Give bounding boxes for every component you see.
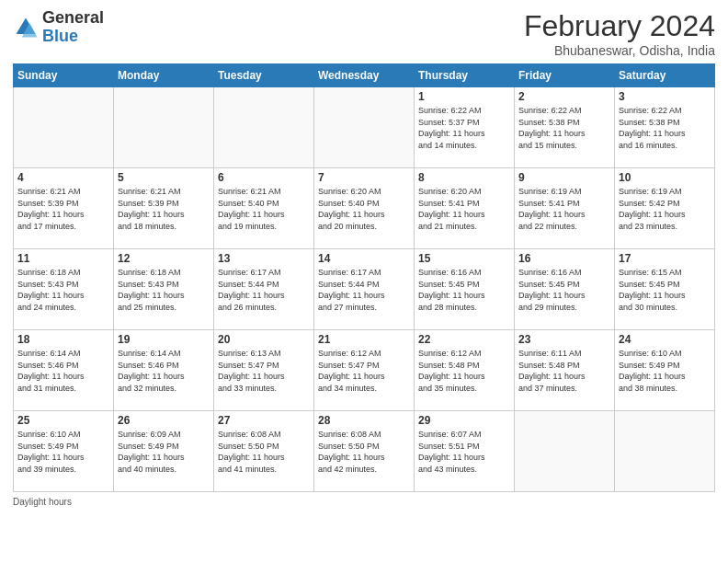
day-info: Sunrise: 6:12 AM Sunset: 5:47 PM Dayligh…: [318, 348, 410, 394]
day-number: 11: [17, 252, 109, 265]
calendar-day-cell: [515, 411, 615, 492]
page-container: General Blue February 2024 Bhubaneswar, …: [0, 0, 728, 516]
calendar-day-cell: 25Sunrise: 6:10 AM Sunset: 5:49 PM Dayli…: [14, 411, 114, 492]
day-number: 4: [17, 171, 109, 184]
title-month: February 2024: [524, 9, 715, 43]
day-header-sunday: Sunday: [14, 64, 114, 87]
calendar-day-cell: 6Sunrise: 6:21 AM Sunset: 5:40 PM Daylig…: [214, 168, 314, 249]
calendar-day-cell: 24Sunrise: 6:10 AM Sunset: 5:49 PM Dayli…: [615, 330, 715, 411]
day-info: Sunrise: 6:18 AM Sunset: 5:43 PM Dayligh…: [17, 267, 109, 313]
day-info: Sunrise: 6:16 AM Sunset: 5:45 PM Dayligh…: [518, 267, 610, 313]
day-info: Sunrise: 6:12 AM Sunset: 5:48 PM Dayligh…: [418, 348, 510, 394]
day-number: 18: [17, 333, 109, 346]
day-info: Sunrise: 6:08 AM Sunset: 5:50 PM Dayligh…: [318, 429, 410, 475]
calendar-day-cell: 15Sunrise: 6:16 AM Sunset: 5:45 PM Dayli…: [415, 249, 515, 330]
calendar-day-cell: 3Sunrise: 6:22 AM Sunset: 5:38 PM Daylig…: [615, 87, 715, 168]
day-info: Sunrise: 6:07 AM Sunset: 5:51 PM Dayligh…: [418, 429, 510, 475]
day-info: Sunrise: 6:22 AM Sunset: 5:38 PM Dayligh…: [619, 105, 711, 151]
day-number: 19: [118, 333, 210, 346]
calendar-day-cell: 19Sunrise: 6:14 AM Sunset: 5:46 PM Dayli…: [114, 330, 214, 411]
day-number: 22: [418, 333, 510, 346]
day-number: 1: [418, 90, 510, 103]
day-info: Sunrise: 6:21 AM Sunset: 5:39 PM Dayligh…: [118, 186, 210, 232]
day-info: Sunrise: 6:16 AM Sunset: 5:45 PM Dayligh…: [418, 267, 510, 313]
day-number: 13: [218, 252, 310, 265]
day-number: 27: [218, 414, 310, 427]
calendar-day-cell: 13Sunrise: 6:17 AM Sunset: 5:44 PM Dayli…: [214, 249, 314, 330]
day-info: Sunrise: 6:14 AM Sunset: 5:46 PM Dayligh…: [118, 348, 210, 394]
calendar-day-cell: 7Sunrise: 6:20 AM Sunset: 5:40 PM Daylig…: [314, 168, 415, 249]
day-header-thursday: Thursday: [415, 64, 515, 87]
logo-general: General: [42, 9, 104, 28]
calendar-day-cell: 4Sunrise: 6:21 AM Sunset: 5:39 PM Daylig…: [14, 168, 114, 249]
title-block: February 2024 Bhubaneswar, Odisha, India: [524, 9, 715, 58]
day-number: 3: [619, 90, 711, 103]
calendar-day-cell: 9Sunrise: 6:19 AM Sunset: 5:41 PM Daylig…: [515, 168, 615, 249]
day-info: Sunrise: 6:14 AM Sunset: 5:46 PM Dayligh…: [17, 348, 109, 394]
calendar-day-cell: [114, 87, 214, 168]
day-number: 10: [619, 171, 711, 184]
day-number: 28: [318, 414, 410, 427]
day-number: 12: [118, 252, 210, 265]
day-number: 25: [17, 414, 109, 427]
calendar-week-row: 4Sunrise: 6:21 AM Sunset: 5:39 PM Daylig…: [14, 168, 715, 249]
day-header-friday: Friday: [515, 64, 615, 87]
day-number: 9: [518, 171, 610, 184]
footer: Daylight hours: [13, 497, 715, 507]
day-info: Sunrise: 6:08 AM Sunset: 5:50 PM Dayligh…: [218, 429, 310, 475]
day-header-wednesday: Wednesday: [314, 64, 415, 87]
calendar-day-cell: 8Sunrise: 6:20 AM Sunset: 5:41 PM Daylig…: [415, 168, 515, 249]
day-info: Sunrise: 6:21 AM Sunset: 5:39 PM Dayligh…: [17, 186, 109, 232]
day-header-monday: Monday: [114, 64, 214, 87]
day-number: 5: [118, 171, 210, 184]
calendar-table: SundayMondayTuesdayWednesdayThursdayFrid…: [13, 63, 715, 492]
calendar-day-cell: 28Sunrise: 6:08 AM Sunset: 5:50 PM Dayli…: [314, 411, 415, 492]
day-info: Sunrise: 6:17 AM Sunset: 5:44 PM Dayligh…: [318, 267, 410, 313]
day-info: Sunrise: 6:10 AM Sunset: 5:49 PM Dayligh…: [619, 348, 711, 394]
day-info: Sunrise: 6:15 AM Sunset: 5:45 PM Dayligh…: [619, 267, 711, 313]
day-info: Sunrise: 6:13 AM Sunset: 5:47 PM Dayligh…: [218, 348, 310, 394]
calendar-day-cell: 10Sunrise: 6:19 AM Sunset: 5:42 PM Dayli…: [615, 168, 715, 249]
day-info: Sunrise: 6:20 AM Sunset: 5:40 PM Dayligh…: [318, 186, 410, 232]
calendar-day-cell: 12Sunrise: 6:18 AM Sunset: 5:43 PM Dayli…: [114, 249, 214, 330]
day-number: 24: [619, 333, 711, 346]
calendar-day-cell: 22Sunrise: 6:12 AM Sunset: 5:48 PM Dayli…: [415, 330, 515, 411]
calendar-day-cell: 27Sunrise: 6:08 AM Sunset: 5:50 PM Dayli…: [214, 411, 314, 492]
day-number: 21: [318, 333, 410, 346]
day-info: Sunrise: 6:11 AM Sunset: 5:48 PM Dayligh…: [518, 348, 610, 394]
calendar-day-cell: 16Sunrise: 6:16 AM Sunset: 5:45 PM Dayli…: [515, 249, 615, 330]
calendar-week-row: 11Sunrise: 6:18 AM Sunset: 5:43 PM Dayli…: [14, 249, 715, 330]
logo-blue: Blue: [42, 28, 104, 46]
calendar-week-row: 25Sunrise: 6:10 AM Sunset: 5:49 PM Dayli…: [14, 411, 715, 492]
day-info: Sunrise: 6:21 AM Sunset: 5:40 PM Dayligh…: [218, 186, 310, 232]
calendar-day-cell: [615, 411, 715, 492]
day-number: 20: [218, 333, 310, 346]
day-number: 2: [518, 90, 610, 103]
calendar-day-cell: 20Sunrise: 6:13 AM Sunset: 5:47 PM Dayli…: [214, 330, 314, 411]
day-number: 14: [318, 252, 410, 265]
calendar-day-cell: 26Sunrise: 6:09 AM Sunset: 5:49 PM Dayli…: [114, 411, 214, 492]
calendar-day-cell: 11Sunrise: 6:18 AM Sunset: 5:43 PM Dayli…: [14, 249, 114, 330]
day-header-saturday: Saturday: [615, 64, 715, 87]
calendar-week-row: 1Sunrise: 6:22 AM Sunset: 5:37 PM Daylig…: [14, 87, 715, 168]
calendar-day-cell: [314, 87, 415, 168]
calendar-day-cell: 21Sunrise: 6:12 AM Sunset: 5:47 PM Dayli…: [314, 330, 415, 411]
day-number: 15: [418, 252, 510, 265]
day-number: 17: [619, 252, 711, 265]
calendar-day-cell: 23Sunrise: 6:11 AM Sunset: 5:48 PM Dayli…: [515, 330, 615, 411]
day-number: 29: [418, 414, 510, 427]
logo-icon: [13, 15, 39, 40]
header: General Blue February 2024 Bhubaneswar, …: [13, 9, 715, 58]
calendar-header-row: SundayMondayTuesdayWednesdayThursdayFrid…: [14, 64, 715, 87]
day-info: Sunrise: 6:19 AM Sunset: 5:41 PM Dayligh…: [518, 186, 610, 232]
day-info: Sunrise: 6:09 AM Sunset: 5:49 PM Dayligh…: [118, 429, 210, 475]
calendar-day-cell: 2Sunrise: 6:22 AM Sunset: 5:38 PM Daylig…: [515, 87, 615, 168]
calendar-day-cell: [14, 87, 114, 168]
day-info: Sunrise: 6:20 AM Sunset: 5:41 PM Dayligh…: [418, 186, 510, 232]
day-info: Sunrise: 6:22 AM Sunset: 5:38 PM Dayligh…: [518, 105, 610, 151]
calendar-day-cell: 14Sunrise: 6:17 AM Sunset: 5:44 PM Dayli…: [314, 249, 415, 330]
calendar-week-row: 18Sunrise: 6:14 AM Sunset: 5:46 PM Dayli…: [14, 330, 715, 411]
day-info: Sunrise: 6:19 AM Sunset: 5:42 PM Dayligh…: [619, 186, 711, 232]
day-number: 6: [218, 171, 310, 184]
calendar-day-cell: 5Sunrise: 6:21 AM Sunset: 5:39 PM Daylig…: [114, 168, 214, 249]
